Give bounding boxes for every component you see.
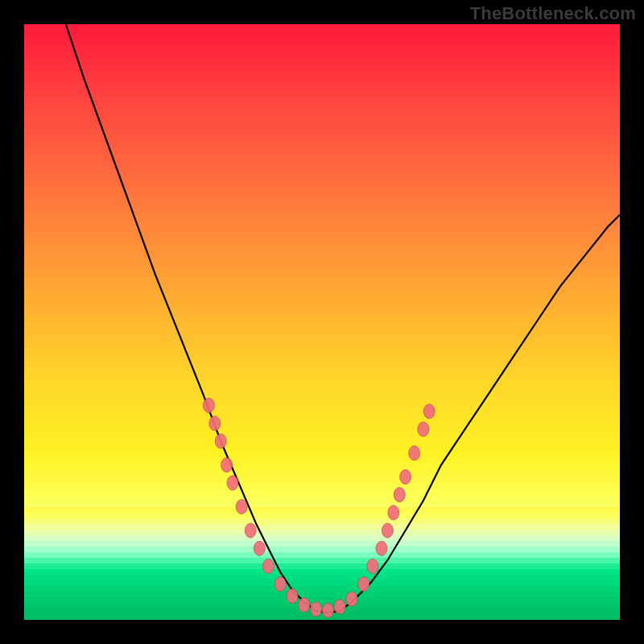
scatter-point <box>322 603 333 617</box>
scatter-point <box>400 469 411 484</box>
brand-watermark: TheBottleneck.com <box>470 3 636 24</box>
scatter-point <box>382 523 393 538</box>
scatter-point <box>367 559 378 573</box>
curve-layer <box>24 24 620 620</box>
scatter-point <box>346 592 357 606</box>
scatter-point <box>334 600 345 614</box>
scatter-point <box>227 476 238 490</box>
plot-area <box>24 24 620 620</box>
scatter-point <box>299 598 310 613</box>
scatter-point <box>215 434 226 448</box>
scatter-point <box>262 559 274 573</box>
scatter-point <box>203 398 214 413</box>
scatter-point <box>209 416 221 431</box>
scatter-point <box>221 458 233 473</box>
scatter-point <box>275 577 286 592</box>
scatter-point <box>418 422 429 436</box>
scatter-point <box>409 446 420 460</box>
scatter-points <box>203 398 435 618</box>
scatter-point <box>311 602 322 617</box>
scatter-point <box>236 499 247 514</box>
scatter-point <box>388 506 399 520</box>
scatter-point <box>254 541 265 555</box>
scatter-point <box>376 541 387 555</box>
scatter-point <box>358 577 369 592</box>
scatter-point <box>245 523 256 538</box>
scatter-point <box>394 488 405 502</box>
bottleneck-curve <box>66 24 620 613</box>
scatter-point <box>423 404 435 419</box>
chart-frame: TheBottleneck.com <box>0 0 644 644</box>
scatter-point <box>287 588 298 603</box>
